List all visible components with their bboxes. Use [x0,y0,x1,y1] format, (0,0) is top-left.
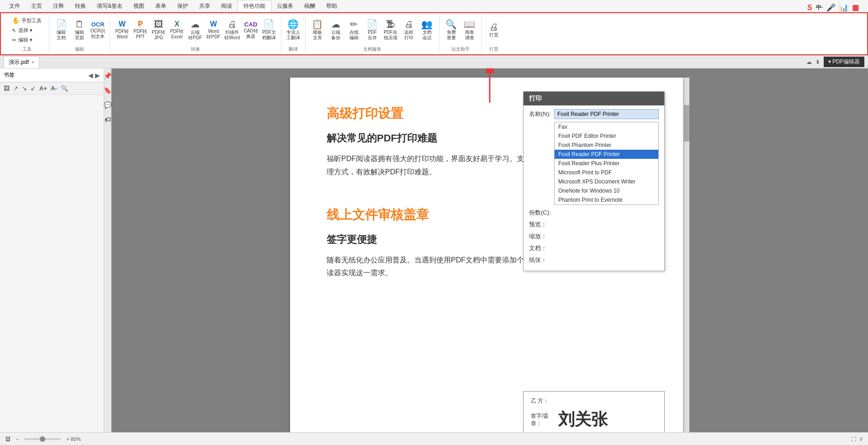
copies-label: 份数(C): [529,208,554,217]
edit-doc-btn[interactable]: 📄 编辑文档 [52,19,70,42]
resize-icon: // [860,436,863,442]
pro-translate-btn[interactable]: 🌐 专业人工翻译 [284,19,302,42]
reading-assist-btn[interactable]: 📖 阅卷调查 [460,19,479,42]
doc-tab[interactable]: 演示.pdf × [4,56,39,68]
scrollbar-thumb[interactable] [684,105,689,141]
print-dialog: 打印 名称(N): Foxit Reader PDF Printer Fax F… [523,91,665,271]
print-name-row: 名称(N): Foxit Reader PDF Printer [529,109,659,119]
pdf-compress-btn[interactable]: 🗜 PDF在线压缩 [381,19,400,42]
tab-cloud[interactable]: 云服务 [271,0,299,12]
edit-page-btn[interactable]: 🗒 编辑页面 [70,19,89,42]
zoom-minus-btn[interactable]: − [16,436,19,442]
tab-file[interactable]: 文件 [4,0,26,12]
scan-to-word-btn[interactable]: 🖨 扫描件转Word [222,19,242,42]
zoom-thumb [40,436,45,442]
docsvc-group-label: 文档服务 [363,45,381,52]
printer-item-onenote[interactable]: OneNote for Windows 10 [555,186,658,195]
pdf-translate-btn[interactable]: 📄 PDF文档翻译 [260,19,278,42]
tab-convert[interactable]: 转换 [69,0,91,12]
pdf-to-excel-btn[interactable]: X PDF转Excel [168,20,186,41]
tab-home[interactable]: 主页 [26,0,48,12]
printer-item-foxit-reader[interactable]: Foxit Reader PDF Printer [555,150,658,159]
main-toolbar: ✋ 手型工具 ↖ 选择 ▾ ✂ 编辑 ▾ 工具 [0,12,868,55]
print-doc-row: 文档： [529,243,659,252]
panel-icon-2[interactable]: 🔖 [104,87,111,94]
free-check-btn[interactable]: 🔍 免费查重 [442,19,460,42]
printer-item-fax[interactable]: Fax [555,122,658,131]
tab-special[interactable]: 特色功能 [238,0,271,12]
doc-label: 文档： [529,243,554,252]
cloud-to-pdf-btn[interactable]: ☁ 云端转PDF [186,19,204,42]
printer-item-phantom[interactable]: Foxit Phantom Printer [555,141,658,150]
tab-form[interactable]: 填写&签名 [91,0,128,12]
select-tool-btn[interactable]: ↖ 选择 ▾ [10,26,43,35]
bottom-img-icon: 🖼 [5,436,11,442]
tab-protect[interactable]: 保护 [172,0,194,12]
sidebar-arrow-left-btn[interactable]: ↙ [30,84,37,93]
zoom-slider[interactable] [24,438,61,440]
remote-print-btn[interactable]: 🖨 远程打印 [400,19,418,42]
fullscreen-btn[interactable]: ⛶ [851,436,856,442]
panel-icon-3[interactable]: 💬 [104,101,111,109]
print-name-input[interactable]: Foxit Reader PDF Printer [554,109,659,119]
panel-icon-4[interactable]: 🏷 [105,116,111,123]
template-icon: 📋 [312,20,323,29]
tab-share[interactable]: 共享 [194,0,216,12]
print-items: 🖨 打宽 [485,15,503,45]
sidebar-arrow-down-btn[interactable]: ↘ [21,84,28,93]
sidebar-arrow-up-btn[interactable]: ↗ [12,84,19,93]
close-tab-btn[interactable]: × [32,60,34,65]
docsvc-items: 📋 模板文库 ☁ 云端备份 ✏ 在线编辑 📄 PDF合并 🗜 PDF在 [308,15,436,45]
print-wide-btn[interactable]: 🖨 打宽 [485,21,503,39]
hand-tool-btn[interactable]: ✋ 手型工具 [10,16,43,25]
pdf-to-ppt-icon: P [138,21,143,28]
bottom-bar: 🖼 − + 80% ⛶ // [0,432,868,445]
sidebar-font-up-btn[interactable]: A+ [38,84,48,93]
tab-read[interactable]: 阅读 [216,0,238,12]
template-lib-btn[interactable]: 📋 模板文库 [308,19,327,42]
tab-forms[interactable]: 表单 [150,0,172,12]
pdf-to-word-btn[interactable]: W PDF转Word [113,20,131,41]
toolbar-group-tools: ✋ 手型工具 ↖ 选择 ▾ ✂ 编辑 ▾ 工具 [5,15,49,52]
bottom-right: ⛶ // [851,436,863,442]
sidebar-next-btn[interactable]: ▶ [95,72,100,79]
online-edit-btn[interactable]: ✏ 在线编辑 [345,19,363,42]
scan-icon: 🖨 [228,20,237,29]
tab-comment[interactable]: 注释 [48,0,69,12]
sidebar-font-down-btn[interactable]: A- [50,84,58,93]
sig-party-row: 乙 方： [531,397,657,405]
ocr-btn[interactable]: OCR OCR识别文本 [89,21,107,40]
printer-item-evernote[interactable]: Phantom Print to Evernote [555,195,658,204]
edit-mode-btn[interactable]: ✂ 编辑 ▾ [10,36,43,44]
doc-meeting-btn[interactable]: 👥 文档会议 [418,19,436,42]
tab-royalty[interactable]: 稿酬 [299,0,321,12]
convert-group-label: 转换 [191,45,200,52]
sidebar-prev-btn[interactable]: ◀ [88,72,93,79]
pdf-merge-btn[interactable]: 📄 PDF合并 [363,19,381,42]
sidebar: 书签 ◀ ▶ 🖼 ↗ ↘ ↙ A+ A- 🔍 [0,68,104,445]
cloud-backup-btn[interactable]: ☁ 云端备份 [327,19,345,42]
pdf-to-word-icon: W [119,21,126,28]
printer-item-ms-xps[interactable]: Microsoft XPS Document Writer [555,177,658,186]
word-to-pdf-btn[interactable]: W Word转PDF [204,20,222,41]
printer-item-foxit-plus[interactable]: Foxit Reader Plus Printer [555,159,658,168]
pro-translate-label: 专业人工翻译 [286,30,300,41]
printer-item-foxit-editor[interactable]: Foxit PDF Editor Printer [555,131,658,141]
cloud-to-pdf-label: 云端转PDF [188,30,202,41]
tab-view[interactable]: 视图 [128,0,150,12]
sidebar-header: 书签 ◀ ▶ [0,68,104,82]
pdf-to-jpg-btn[interactable]: 🖼 PDF转JPG [149,19,168,42]
panel-icon-1[interactable]: 📌 [104,72,111,79]
pdf-to-ppt-btn[interactable]: P PDF转PPT [131,20,149,41]
sidebar-search-btn[interactable]: 🔍 [60,84,69,93]
pdf-editor-btn[interactable]: ▾ PDF编辑器 [824,57,864,67]
right-scrollbar[interactable] [683,78,689,445]
print-zoom-row: 缩放： [529,231,659,241]
cad-converter-btn[interactable]: CAD CAD转换器 [242,21,260,40]
print-list-row: Fax Foxit PDF Editor Printer Foxit Phant… [529,122,659,205]
printer-item-ms-pdf[interactable]: Microsoft Print to PDF [555,168,658,177]
ribbon: 文件 主页 注释 转换 填写&签名 视图 表单 保护 共享 阅读 特色功能 云服… [0,0,868,56]
sidebar-img-btn[interactable]: 🖼 [3,84,11,93]
tab-help[interactable]: 帮助 [321,0,343,12]
sidebar-controls: ◀ ▶ [88,72,100,79]
